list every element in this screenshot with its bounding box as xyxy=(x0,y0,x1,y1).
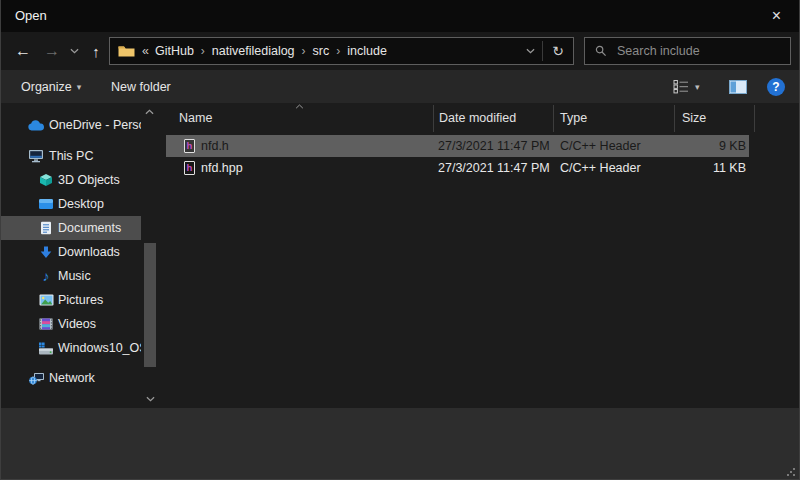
window-title: Open xyxy=(15,0,47,32)
breadcrumb-segment-github[interactable]: GitHub xyxy=(151,44,198,58)
folder-icon xyxy=(118,45,135,58)
sidebar-item-downloads[interactable]: Downloads xyxy=(1,240,141,264)
breadcrumb-separator: › xyxy=(198,44,208,58)
search-icon xyxy=(595,45,607,57)
file-row-nfd-h[interactable]: h nfd.h 27/3/2021 11:47 PM C/C++ Header … xyxy=(166,135,749,157)
close-button[interactable]: × xyxy=(754,0,799,32)
file-name: nfd.hpp xyxy=(201,157,243,179)
film-frame-icon xyxy=(37,318,55,330)
refresh-button[interactable]: ↻ xyxy=(543,38,573,64)
breadcrumb-separator: › xyxy=(299,44,309,58)
sidebar-item-desktop[interactable]: Desktop xyxy=(1,192,141,216)
scrollbar-thumb[interactable] xyxy=(144,243,156,367)
hard-drive-icon xyxy=(37,342,55,355)
navigation-pane: OneDrive - Persor This PC 3D Objects Des… xyxy=(1,103,141,408)
column-header-type[interactable]: Type xyxy=(560,104,587,134)
sidebar-item-onedrive[interactable]: OneDrive - Persor xyxy=(1,113,141,137)
sidebar-item-3d-objects[interactable]: 3D Objects xyxy=(1,168,141,192)
sidebar-item-windows10-os[interactable]: Windows10_OS ( xyxy=(1,336,141,360)
file-size: 9 KB xyxy=(626,135,746,157)
chevron-down-icon xyxy=(526,48,535,54)
column-header-date-modified[interactable]: Date modified xyxy=(439,104,516,134)
column-divider[interactable] xyxy=(433,105,434,132)
column-divider[interactable] xyxy=(553,105,554,132)
help-button[interactable]: ? xyxy=(767,70,785,103)
breadcrumb: « GitHub › nativefiledialog › src › incl… xyxy=(110,38,518,64)
document-icon xyxy=(37,221,55,235)
file-size: 11 KB xyxy=(626,157,746,179)
forward-arrow-icon: → xyxy=(44,42,60,60)
sidebar-item-label: Desktop xyxy=(58,197,104,211)
navigation-bar: ← → ↑ « GitHub › nativefiledialog › src … xyxy=(1,32,799,70)
resize-grip[interactable] xyxy=(786,467,796,477)
organize-button[interactable]: Organize ▾ xyxy=(21,70,81,103)
sidebar-item-label: Music xyxy=(58,269,91,283)
sidebar-item-label: 3D Objects xyxy=(58,173,120,187)
chevron-down-icon xyxy=(70,48,79,54)
sidebar-item-label: Pictures xyxy=(58,293,103,307)
sidebar-item-this-pc[interactable]: This PC xyxy=(1,144,141,168)
network-computers-icon xyxy=(27,372,45,385)
organize-label: Organize xyxy=(21,80,72,94)
chevron-down-icon xyxy=(146,396,155,402)
3d-cube-icon xyxy=(37,173,55,187)
refresh-icon: ↻ xyxy=(552,43,564,59)
new-folder-label: New folder xyxy=(111,80,171,94)
close-icon: × xyxy=(772,7,781,25)
sidebar-item-videos[interactable]: Videos xyxy=(1,312,141,336)
breadcrumb-segment-include[interactable]: include xyxy=(343,44,391,58)
up-arrow-icon: ↑ xyxy=(92,43,100,60)
sidebar-item-network[interactable]: Network xyxy=(1,366,141,390)
help-icon: ? xyxy=(767,78,785,96)
file-date-modified: 27/3/2021 11:47 PM xyxy=(438,157,550,179)
title-bar: Open × xyxy=(1,0,799,32)
new-folder-button[interactable]: New folder xyxy=(111,70,171,103)
sidebar-item-label: OneDrive - Persor xyxy=(49,118,141,132)
forward-button[interactable]: → xyxy=(38,37,66,65)
change-view-button[interactable]: ▾ xyxy=(673,70,700,103)
column-divider[interactable] xyxy=(754,105,755,132)
header-file-icon: h xyxy=(184,139,195,153)
sidebar-item-label: Network xyxy=(49,371,95,385)
breadcrumb-overflow[interactable]: « xyxy=(142,44,151,58)
file-date-modified: 27/3/2021 11:47 PM xyxy=(438,135,550,157)
column-divider[interactable] xyxy=(674,105,675,132)
address-dropdown-button[interactable] xyxy=(518,38,542,64)
file-name: nfd.h xyxy=(201,135,229,157)
sidebar-item-music[interactable]: ♪ Music xyxy=(1,264,141,288)
sidebar-item-label: Windows10_OS ( xyxy=(58,341,141,355)
sidebar-item-label: Downloads xyxy=(58,245,120,259)
address-bar[interactable]: « GitHub › nativefiledialog › src › incl… xyxy=(109,37,574,65)
header-file-icon: h xyxy=(184,161,195,175)
recent-locations-button[interactable] xyxy=(65,37,83,65)
back-arrow-icon: ← xyxy=(15,42,31,60)
up-button[interactable]: ↑ xyxy=(83,37,109,65)
column-header-size[interactable]: Size xyxy=(682,104,706,134)
download-arrow-icon xyxy=(37,246,55,259)
dropdown-caret-icon: ▾ xyxy=(77,82,82,92)
preview-pane-button[interactable] xyxy=(729,70,747,103)
file-row-nfd-hpp[interactable]: h nfd.hpp 27/3/2021 11:47 PM C/C++ Heade… xyxy=(166,157,749,179)
sidebar-item-pictures[interactable]: Pictures xyxy=(1,288,141,312)
sort-ascending-icon xyxy=(295,104,304,109)
file-list: h nfd.h 27/3/2021 11:47 PM C/C++ Header … xyxy=(166,135,749,179)
back-button[interactable]: ← xyxy=(9,37,37,65)
sidebar-item-documents[interactable]: Documents xyxy=(1,216,141,240)
breadcrumb-segment-src[interactable]: src xyxy=(309,44,334,58)
sidebar-item-label: Videos xyxy=(58,317,96,331)
command-toolbar: Organize ▾ New folder ▾ ? xyxy=(1,70,799,103)
column-header-name[interactable]: Name xyxy=(179,104,212,134)
file-icon-letter: h xyxy=(184,161,195,175)
breadcrumb-separator: › xyxy=(333,44,343,58)
open-file-dialog: Open × ← → ↑ « GitHub › nativefiledialog… xyxy=(0,0,800,480)
scroll-down-button[interactable] xyxy=(142,392,158,406)
search-box xyxy=(584,37,791,65)
file-icon-letter: h xyxy=(184,139,195,153)
music-note-icon: ♪ xyxy=(37,269,55,283)
details-view-icon xyxy=(673,79,690,94)
sidebar-item-label: Documents xyxy=(58,221,121,235)
scroll-up-button[interactable] xyxy=(142,105,158,119)
search-input[interactable] xyxy=(615,43,790,59)
sidebar-scrollbar[interactable] xyxy=(142,103,158,408)
breadcrumb-segment-nativefiledialog[interactable]: nativefiledialog xyxy=(208,44,299,58)
